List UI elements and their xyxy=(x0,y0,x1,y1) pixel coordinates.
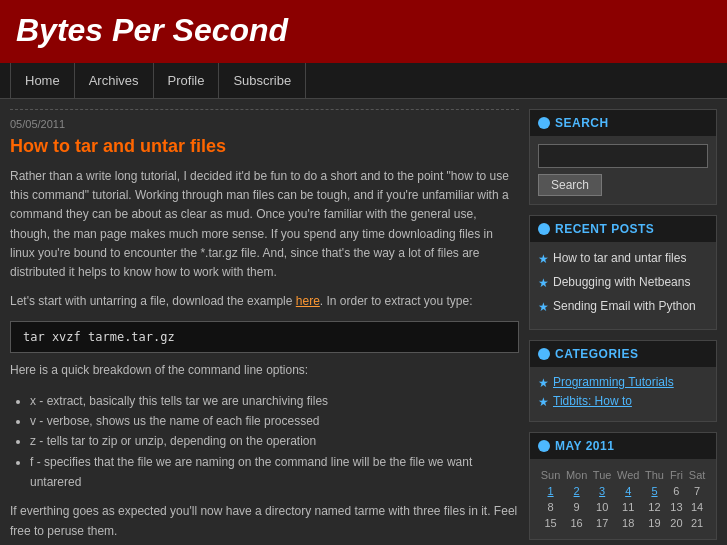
categories-body: ★ Programming Tutorials ★ Tidbits: How t… xyxy=(530,367,716,421)
cal-day: 6 xyxy=(667,483,686,499)
cal-day: 10 xyxy=(590,499,614,515)
cal-header-wed: Wed xyxy=(614,467,642,483)
categories-label: CATEGORIES xyxy=(555,347,638,361)
calendar-title: MAY 2011 xyxy=(530,433,716,459)
search-input[interactable] xyxy=(538,144,708,168)
cal-day[interactable]: 1 xyxy=(538,483,563,499)
cal-day[interactable]: 3 xyxy=(590,483,614,499)
cal-header-thu: Thu xyxy=(642,467,666,483)
recent-posts-section: RECENT POSTS ★ How to tar and untar file… xyxy=(529,215,717,330)
star-icon: ★ xyxy=(538,376,549,390)
categories-section: CATEGORIES ★ Programming Tutorials ★ Tid… xyxy=(529,340,717,422)
list-item: z - tells tar to zip or unzip, depending… xyxy=(30,431,519,451)
calendar-row: 15 16 17 18 19 20 21 xyxy=(538,515,708,531)
post-title: How to tar and untar files xyxy=(10,136,519,157)
categories-icon xyxy=(538,348,550,360)
cal-header-sun: Sun xyxy=(538,467,563,483)
search-body: Search xyxy=(530,136,716,204)
breakdown-list: x - extract, basically this tells tar we… xyxy=(30,391,519,493)
category-link[interactable]: Programming Tutorials xyxy=(553,375,674,389)
list-item: v - verbose, shows us the name of each f… xyxy=(30,411,519,431)
cal-day[interactable]: 2 xyxy=(563,483,590,499)
calendar-row: 1 2 3 4 5 6 7 xyxy=(538,483,708,499)
calendar-row: 8 9 10 11 12 13 14 xyxy=(538,499,708,515)
recent-post-link[interactable]: Debugging with Netbeans xyxy=(553,274,690,291)
main-nav: Home Archives Profile Subscribe xyxy=(0,63,727,99)
post-para-3: If everthing goes as expected you'll now… xyxy=(10,502,519,540)
list-item: x - extract, basically this tells tar we… xyxy=(30,391,519,411)
cal-day: 11 xyxy=(614,499,642,515)
nav-item-subscribe[interactable]: Subscribe xyxy=(219,63,306,98)
cal-header-mon: Mon xyxy=(563,467,590,483)
recent-posts-icon xyxy=(538,223,550,235)
star-icon: ★ xyxy=(538,275,549,292)
cal-day: 9 xyxy=(563,499,590,515)
star-icon: ★ xyxy=(538,395,549,409)
site-header: Bytes Per Second xyxy=(0,0,727,63)
nav-item-home[interactable]: Home xyxy=(10,63,75,98)
content-wrapper: 05/05/2011 How to tar and untar files Ra… xyxy=(0,99,727,545)
cal-day: 19 xyxy=(642,515,666,531)
categories-title: CATEGORIES xyxy=(530,341,716,367)
cal-day: 14 xyxy=(686,499,708,515)
category-link[interactable]: Tidbits: How to xyxy=(553,394,632,408)
post-para-1: Rather than a write long tutorial, I dec… xyxy=(10,167,519,282)
category-item: ★ Programming Tutorials xyxy=(538,375,708,390)
cal-day[interactable]: 4 xyxy=(614,483,642,499)
site-title: Bytes Per Second xyxy=(16,12,711,49)
calendar-table: Sun Mon Tue Wed Thu Fri Sat 1 2 xyxy=(538,467,708,531)
cal-day: 8 xyxy=(538,499,563,515)
recent-posts-label: RECENT POSTS xyxy=(555,222,654,236)
star-icon: ★ xyxy=(538,251,549,268)
cal-day: 12 xyxy=(642,499,666,515)
star-icon: ★ xyxy=(538,299,549,316)
search-icon xyxy=(538,117,550,129)
cal-day: 18 xyxy=(614,515,642,531)
code-block-1: tar xvzf tarme.tar.gz xyxy=(10,321,519,353)
category-item: ★ Tidbits: How to xyxy=(538,394,708,409)
calendar-month-label: MAY 2011 xyxy=(555,439,614,453)
breakdown-intro: Here is a quick breakdown of the command… xyxy=(10,361,519,380)
calendar-icon xyxy=(538,440,550,452)
recent-post-link[interactable]: Sending Email with Python xyxy=(553,298,696,315)
calendar-section: MAY 2011 Sun Mon Tue Wed Thu Fri Sat xyxy=(529,432,717,540)
recent-post-item: ★ Sending Email with Python xyxy=(538,298,708,316)
post-para-2: Let's start with untarring a file, downl… xyxy=(10,292,519,311)
cal-header-fri: Fri xyxy=(667,467,686,483)
search-button[interactable]: Search xyxy=(538,174,602,196)
nav-item-archives[interactable]: Archives xyxy=(75,63,154,98)
nav-item-profile[interactable]: Profile xyxy=(154,63,220,98)
recent-post-link[interactable]: How to tar and untar files xyxy=(553,250,686,267)
cal-day: 20 xyxy=(667,515,686,531)
main-content: 05/05/2011 How to tar and untar files Ra… xyxy=(10,109,519,545)
cal-day[interactable]: 5 xyxy=(642,483,666,499)
cal-day: 16 xyxy=(563,515,590,531)
cal-day: 13 xyxy=(667,499,686,515)
search-section-title: SEARCH xyxy=(530,110,716,136)
cal-day: 7 xyxy=(686,483,708,499)
cal-header-tue: Tue xyxy=(590,467,614,483)
recent-posts-body: ★ How to tar and untar files ★ Debugging… xyxy=(530,242,716,329)
calendar-body: Sun Mon Tue Wed Thu Fri Sat 1 2 xyxy=(530,459,716,539)
post-body: Rather than a write long tutorial, I dec… xyxy=(10,167,519,545)
recent-post-item: ★ Debugging with Netbeans xyxy=(538,274,708,292)
cal-day: 21 xyxy=(686,515,708,531)
cal-day: 17 xyxy=(590,515,614,531)
search-section: SEARCH Search xyxy=(529,109,717,205)
search-title: SEARCH xyxy=(555,116,609,130)
cal-day: 15 xyxy=(538,515,563,531)
post-date: 05/05/2011 xyxy=(10,109,519,130)
recent-post-item: ★ How to tar and untar files xyxy=(538,250,708,268)
cal-header-sat: Sat xyxy=(686,467,708,483)
sidebar: SEARCH Search RECENT POSTS ★ How to tar … xyxy=(529,109,717,545)
list-item: f - specifies that the file we are namin… xyxy=(30,452,519,493)
here-link[interactable]: here xyxy=(296,294,320,308)
recent-posts-title: RECENT POSTS xyxy=(530,216,716,242)
